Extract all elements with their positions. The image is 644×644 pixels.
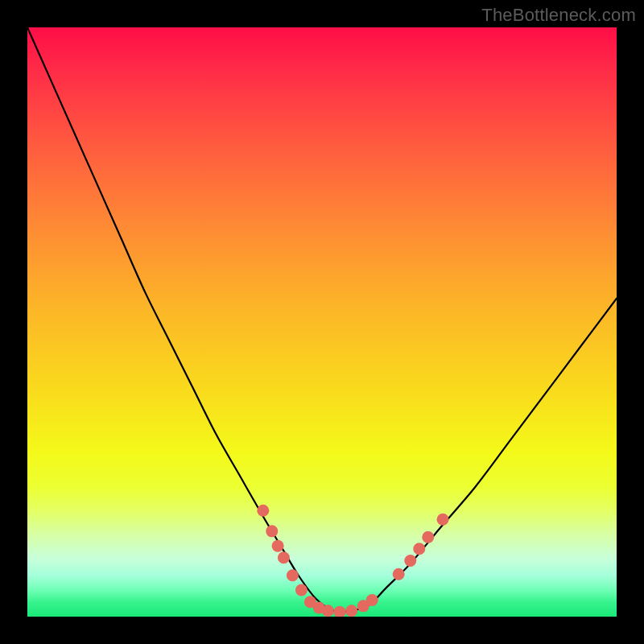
watermark-text: TheBottleneck.com (481, 5, 636, 26)
marker-dot (404, 555, 416, 567)
marker-dot (272, 540, 284, 552)
marker-dot (393, 568, 405, 580)
bottleneck-curve (27, 27, 617, 612)
marker-dot (287, 569, 299, 581)
marker-group (257, 505, 448, 617)
marker-dot (266, 525, 278, 537)
marker-dot (278, 551, 290, 564)
marker-dot (422, 531, 434, 543)
plot-area (27, 27, 617, 617)
marker-dot (257, 505, 269, 517)
chart-frame: TheBottleneck.com (0, 0, 644, 644)
curve-layer (27, 27, 617, 617)
marker-dot (295, 584, 308, 597)
marker-dot (437, 514, 449, 526)
marker-dot (413, 543, 425, 555)
marker-dot (345, 605, 357, 617)
marker-dot (366, 594, 378, 606)
marker-dot (333, 606, 345, 617)
marker-dot (322, 605, 334, 617)
